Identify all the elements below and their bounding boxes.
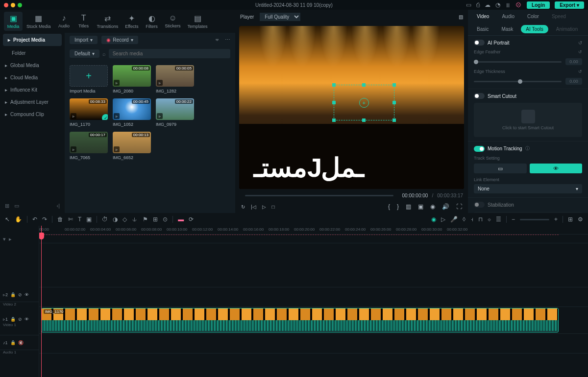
eye-icon[interactable]: 👁 <box>24 292 29 297</box>
settings-icon[interactable]: ⚙ <box>578 216 583 223</box>
smart-cutout-toggle[interactable] <box>474 93 485 99</box>
loop-icon[interactable]: ↻ <box>240 203 246 211</box>
close-window[interactable] <box>4 3 8 7</box>
track-icon[interactable]: ☰ <box>496 216 501 223</box>
lock-icon[interactable]: 🔒 <box>10 292 16 297</box>
prop-subtab-animation[interactable]: Animation <box>551 25 583 33</box>
cloud-icon[interactable]: ☁ <box>485 1 490 8</box>
mark-out-icon[interactable]: } <box>396 202 400 211</box>
prop-subtab-mask[interactable]: Mask <box>496 25 518 33</box>
track-head-video2[interactable]: ▹2🔒⊘👁 <box>0 287 39 302</box>
grid-icon[interactable]: ⊞ <box>568 216 573 223</box>
preview-canvas[interactable]: + مستـJـمل <box>239 26 464 189</box>
media-clip[interactable]: 00:00:13▹IMG_6652 <box>113 132 151 160</box>
speed-icon[interactable]: ⏱ <box>102 216 108 223</box>
tab-media[interactable]: ▣Media <box>4 12 23 31</box>
prop-tab-speed[interactable]: Speed <box>547 12 571 21</box>
undo-icon[interactable]: ↶ <box>32 216 37 223</box>
record-button[interactable]: ◉Record▾ <box>101 36 138 44</box>
edge-thickness-slider[interactable] <box>474 81 562 82</box>
equalizer-icon[interactable]: ⫼ <box>505 1 511 8</box>
smart-cutout-launch[interactable]: Click to start Smart Cutout <box>474 103 582 137</box>
compare-icon[interactable]: ▥ <box>405 202 412 211</box>
link-element-select[interactable]: None▾ <box>474 184 582 193</box>
reset-prop-icon[interactable]: ↺ <box>578 40 582 46</box>
sidebar-item-adjustment-layer[interactable]: ▸Adjustment Layer <box>0 96 65 108</box>
mute-icon[interactable]: 🔇 <box>18 340 24 345</box>
collapse-all-icon[interactable]: ▾ <box>3 236 6 242</box>
tab-stock-media[interactable]: ▦Stock Media <box>24 12 54 31</box>
track-mode-eye[interactable]: 👁 <box>530 164 583 173</box>
tab-titles[interactable]: TTitles <box>74 12 93 31</box>
stabilization-toggle[interactable] <box>474 202 485 208</box>
import-button[interactable]: Import▾ <box>70 36 98 44</box>
sidebar-item-cloud-media[interactable]: ▸Cloud Media <box>0 71 65 84</box>
mute-icon[interactable]: ⊘ <box>18 317 22 322</box>
prop-subtab-basic[interactable]: Basic <box>472 25 493 33</box>
sidebar-item-folder[interactable]: Folder <box>0 47 65 59</box>
playhead[interactable] <box>41 226 42 377</box>
cover-icon[interactable]: ▬ <box>178 216 184 223</box>
zoom-slider[interactable] <box>520 219 549 220</box>
render-icon[interactable]: ⟳ <box>189 216 194 223</box>
timeline-canvas[interactable]: 00:0000:00:02:0000:00:04:0000:00:06:0000… <box>39 226 588 377</box>
display-icon[interactable]: ▭ <box>466 1 471 8</box>
sidebar-item-influence-kit[interactable]: ▸Influence Kit <box>0 84 65 96</box>
search-input[interactable] <box>109 49 230 58</box>
folder-icon[interactable]: ▭ <box>14 203 19 209</box>
text-icon[interactable]: T <box>78 216 81 223</box>
stop-icon[interactable]: □ <box>271 203 276 211</box>
filter-icon[interactable]: ⫧ <box>215 37 220 43</box>
sidebar-item-compound-clip[interactable]: ▸Compound Clip <box>0 108 65 120</box>
media-clip[interactable]: 00:00:17▹IMG_7065 <box>70 132 108 160</box>
expand-icon[interactable]: ▸ <box>9 236 12 242</box>
play-tl-icon[interactable]: ▷ <box>441 216 445 223</box>
media-clip[interactable]: 00:00:45▹IMG_1052 <box>113 98 151 127</box>
mark-in-icon[interactable]: { <box>387 202 391 211</box>
link-icon[interactable]: ⟐ <box>488 216 491 223</box>
prop-tab-color[interactable]: Color <box>522 12 544 21</box>
group-icon[interactable]: ⊞ <box>153 216 158 223</box>
volume-icon[interactable]: 🔊 <box>441 202 450 211</box>
info-icon[interactable]: ⓘ <box>525 145 530 152</box>
sidebar-item-global-media[interactable]: ▸Global Media <box>0 59 65 71</box>
color-icon[interactable]: ◑ <box>113 216 118 223</box>
media-clip[interactable]: 00:00:22▹IMG_0979 <box>156 98 194 127</box>
tab-audio[interactable]: ♪Audio <box>55 12 74 31</box>
import-media-tile[interactable]: +Import Media <box>70 65 108 94</box>
save-icon[interactable]: ⎙ <box>476 1 480 8</box>
tab-templates[interactable]: ▤Templates <box>185 12 211 31</box>
tab-stickers[interactable]: ☺Stickers <box>162 12 184 31</box>
track-mode-box[interactable]: ▭ <box>474 164 527 173</box>
pointer-icon[interactable]: ↖ <box>5 216 10 223</box>
track-head-audio1[interactable]: ♪1🔒🔇 <box>0 335 39 350</box>
more-icon[interactable]: ⋯ <box>225 37 230 43</box>
prop-tab-audio[interactable]: Audio <box>497 12 519 21</box>
detach-icon[interactable]: ⫝ <box>132 216 138 223</box>
selection-box[interactable]: + <box>334 85 394 120</box>
marker-icon[interactable]: ⚑ <box>143 216 148 223</box>
video-clip[interactable]: IMG_1170 <box>41 308 559 332</box>
mic-icon[interactable]: ◊ <box>463 216 466 223</box>
delete-icon[interactable]: 🗑 <box>57 216 63 223</box>
fullscreen-icon[interactable]: ⛶ <box>455 202 463 211</box>
prev-frame-icon[interactable]: |◁ <box>250 203 257 211</box>
bell-icon[interactable]: ◔ <box>495 1 500 8</box>
track-head-video1[interactable]: ▹1🔒⊘👁 Video 1 <box>0 308 39 335</box>
tab-filters[interactable]: ◐Filters <box>143 12 161 31</box>
media-clip[interactable]: 00:08:33▹✓IMG_1170 <box>70 98 108 127</box>
tab-effects[interactable]: ✦Effects <box>122 12 141 31</box>
reset-icon[interactable]: ↺ <box>578 49 582 54</box>
crop-icon[interactable]: ▣ <box>417 202 424 211</box>
scrubber[interactable] <box>245 195 393 196</box>
export-button[interactable]: Export▾ <box>555 1 584 9</box>
zoom-in-icon[interactable]: + <box>554 216 558 223</box>
sort-default[interactable]: Default▾ <box>70 49 99 58</box>
folder-add-icon[interactable]: ⊞ <box>5 203 9 209</box>
tab-transitions[interactable]: ⇄Transitions <box>94 12 122 31</box>
stabilization-launch[interactable]: Click to start analysis <box>474 212 582 213</box>
timeline-ruler[interactable]: 00:0000:00:02:0000:00:04:0000:00:06:0000… <box>39 226 588 235</box>
split-icon[interactable]: ✄ <box>68 216 73 223</box>
edge-feather-slider[interactable] <box>474 61 562 63</box>
mixer-icon[interactable]: ⫞ <box>470 216 473 223</box>
